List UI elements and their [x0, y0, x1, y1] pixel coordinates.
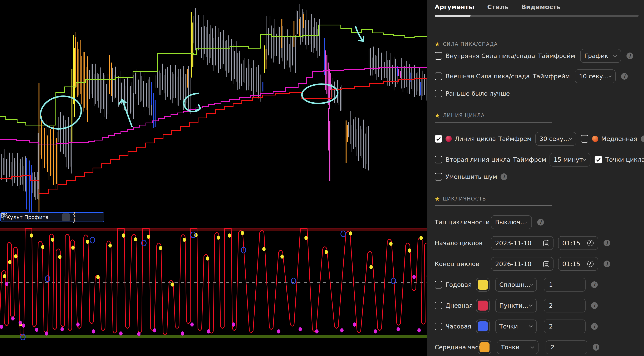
start-date-input[interactable]: 2023-11-10 — [491, 236, 554, 250]
info-icon[interactable]: i — [591, 282, 598, 288]
hourly-color-swatch[interactable] — [476, 320, 490, 333]
row-second-cycle-line: Вторая линия цикла Таймфрем 15 минут Точ… — [435, 152, 644, 167]
checkbox-cycle-line[interactable] — [435, 135, 442, 142]
slow-line-color-swatch[interactable] — [592, 136, 598, 142]
dropdown-cyclicity-type[interactable]: Выключ... — [491, 215, 532, 229]
checkbox-better-before[interactable] — [435, 90, 442, 97]
label-yearly: Годовая — [446, 281, 476, 288]
checkbox-second-cycle-line[interactable] — [435, 156, 442, 164]
price-chart-canvas — [0, 0, 427, 356]
end-date-input[interactable]: 2026-11-10 — [491, 257, 554, 271]
check-icon — [596, 157, 601, 162]
chevron-down-icon — [609, 75, 612, 78]
row-outer-strength: Внешняя Сила пика/спада Таймфрейм 10 сек… — [435, 69, 628, 83]
dropdown-second-timeframe[interactable]: 15 минут — [550, 153, 590, 166]
half-hour-color-swatch[interactable] — [478, 340, 492, 354]
section-divider — [435, 122, 552, 122]
daily-color-swatch[interactable] — [476, 299, 490, 312]
indicator-toolbar[interactable]: | Культ Профита { } — [0, 212, 104, 222]
info-icon[interactable]: i — [591, 302, 598, 309]
info-icon[interactable]: i — [537, 219, 544, 226]
yearly-width-input[interactable]: 1 — [544, 278, 586, 292]
dropdown-daily-style[interactable]: Пункти... — [495, 299, 537, 312]
dropdown-cycle-timeframe[interactable]: 30 секу... — [536, 132, 576, 146]
checkbox-reduce-noise[interactable] — [435, 173, 442, 180]
info-icon[interactable]: i — [500, 174, 507, 180]
section-divider — [435, 205, 552, 206]
section-title: ЛИНИЯ ЦИКЛА — [443, 112, 485, 118]
dropdown-hourly-style[interactable]: Точки — [495, 320, 537, 333]
delete-icon[interactable] — [84, 214, 91, 221]
daily-width-input[interactable]: 2 — [544, 299, 586, 312]
checkbox-cycle-points[interactable] — [594, 156, 602, 164]
label-cycles-start: Начало циклов — [435, 240, 488, 246]
star-icon: ★ — [435, 112, 440, 119]
checkbox-outer-strength[interactable] — [435, 72, 442, 80]
label-reduce-noise: Уменьшить шум — [446, 173, 497, 180]
more-options-icon[interactable] — [94, 214, 102, 221]
label-daily: Дневная — [446, 302, 476, 309]
chevron-down-icon — [569, 138, 572, 140]
label-second-timeframe: Таймфрем — [513, 156, 546, 163]
star-icon: ★ — [435, 41, 440, 48]
chevron-down-icon — [530, 284, 533, 286]
dropdown-half-hour-style[interactable]: Точки — [497, 340, 538, 354]
tab-bar: Аргументы Стиль Видимость — [435, 3, 560, 11]
tab-visibility[interactable]: Видимость — [521, 3, 560, 11]
clock-icon — [587, 240, 594, 246]
dropdown-yearly-style[interactable]: Сплошн... — [495, 278, 537, 292]
checkbox-hourly[interactable] — [435, 323, 442, 330]
tab-underline — [435, 15, 638, 17]
chart-area[interactable]: | Культ Профита { } — [0, 0, 427, 356]
eye-icon[interactable] — [52, 214, 60, 221]
row-better-before: Раньше было лучше — [435, 86, 510, 101]
info-icon[interactable]: i — [591, 323, 598, 330]
info-icon[interactable]: i — [621, 73, 628, 80]
label-better-before: Раньше было лучше — [446, 90, 510, 97]
info-icon[interactable]: i — [593, 344, 600, 350]
checkbox-daily[interactable] — [435, 302, 442, 309]
checkbox-inner-strength[interactable] — [435, 52, 442, 60]
source-code-icon[interactable]: { } — [73, 214, 80, 221]
label-half-hour: Середина часа — [435, 344, 478, 351]
tab-arguments[interactable]: Аргументы — [435, 3, 474, 11]
info-icon[interactable]: i — [641, 136, 644, 142]
row-inner-strength: Внутряняя Сила пика/спада Таймфрейм Граф… — [435, 49, 633, 63]
settings-panel: Аргументы Стиль Видимость ★ СИЛА ПИКА/СП… — [427, 0, 644, 356]
chevron-down-icon — [613, 55, 617, 57]
label-slow-line: Медленная — [601, 135, 637, 142]
section-title: СИЛА ПИКА/СПАДА — [443, 41, 498, 47]
label-cycle-points: Точки цикла — [606, 156, 644, 163]
chevron-down-icon — [583, 158, 586, 161]
row-cyclicity-type: Тип цикличности Выключ... i — [435, 215, 544, 229]
indicator-title: | Культ Профита — [3, 214, 49, 220]
row-cycle-line: Линия цикла Таймфрем 30 секу... Медленна… — [435, 132, 644, 146]
end-time-input[interactable]: 01:15 — [558, 257, 598, 271]
label-cycle-line: Линия цикла — [455, 135, 496, 142]
section-peak-strength: ★ СИЛА ПИКА/СПАДА — [435, 39, 498, 50]
check-icon — [436, 136, 441, 141]
dropdown-outer-timeframe[interactable]: 10 секу... — [575, 70, 616, 83]
cycle-line-color-swatch[interactable] — [446, 136, 452, 142]
settings-gear-icon[interactable] — [62, 214, 70, 221]
star-icon: ★ — [435, 196, 440, 202]
label-outer-timeframe: Таймфрейм — [533, 73, 570, 80]
label-second-cycle-line: Вторая линия цикла — [446, 156, 510, 163]
yearly-color-swatch[interactable] — [476, 278, 490, 292]
info-icon[interactable]: i — [604, 260, 610, 267]
calendar-icon — [543, 240, 549, 246]
tab-style[interactable]: Стиль — [487, 3, 508, 11]
row-half-hour: Середина часа Точки 2 i — [435, 340, 600, 354]
checkbox-yearly[interactable] — [435, 281, 442, 288]
row-cycles-start: Начало циклов 2023-11-10 01:15 i — [435, 236, 610, 250]
info-icon[interactable]: i — [626, 52, 633, 59]
checkbox-slow-line[interactable] — [581, 135, 588, 142]
hourly-width-input[interactable]: 2 — [544, 320, 586, 333]
dropdown-inner-timeframe[interactable]: График — [580, 49, 621, 63]
row-yearly: Годовая Сплошн... 1 i — [435, 278, 598, 292]
info-icon[interactable]: i — [604, 240, 610, 246]
start-time-input[interactable]: 01:15 — [558, 236, 598, 250]
label-cycles-end: Конец циклов — [435, 260, 488, 268]
half-hour-width-input[interactable]: 2 — [546, 340, 587, 354]
label-cycle-timeframe: Таймфрем — [498, 135, 532, 142]
